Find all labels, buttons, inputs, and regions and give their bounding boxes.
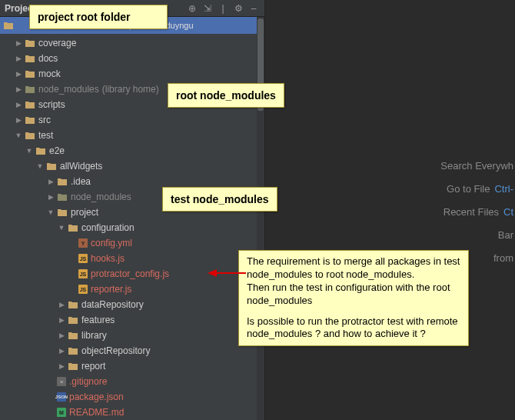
chevron-right-icon[interactable]: ▶ [57,331,66,340]
hint-label: from [493,252,513,264]
folder-icon [68,223,78,232]
tree-item-coverage[interactable]: ▶coverage [0,35,264,51]
folder-icon [68,315,78,325]
tree-label: mock [38,68,61,79]
tree-label: test [38,130,53,141]
scrollbar[interactable] [257,17,264,420]
tree-item-src[interactable]: ▶src [0,112,264,128]
chevron-down-icon[interactable]: ▼ [46,208,55,217]
chevron-none [46,392,55,402]
chevron-down-icon[interactable]: ▼ [35,162,45,171]
callout-text-line: Is possible to run the protractor test w… [247,315,460,342]
chevron-none [68,238,77,248]
tree-item-e2e[interactable]: ▼e2e [0,143,264,158]
tree-label: hooks.js [91,253,125,264]
js-file-icon: JS [78,285,88,294]
tree-item-features[interactable]: ▶features [0,312,264,328]
tree-item-allwidgets[interactable]: ▼allWidgets [0,158,264,174]
callout-root-nm: root node_modules [168,83,284,108]
js-file-icon: JS [78,254,88,263]
tree-label: README.md [69,407,124,418]
chevron-none [68,269,77,278]
tree-label: protractor_config.js [91,268,169,279]
tree-label: features [81,315,115,325]
hide-icon[interactable]: – [248,2,260,15]
tree-item-gitignore[interactable]: ≡.gitignore [0,374,264,389]
chevron-right-icon[interactable]: ▶ [46,192,55,202]
chevron-right-icon[interactable]: ▶ [57,300,66,309]
tree-label: node_modules [38,84,99,95]
tree-label: scripts [38,99,65,110]
hint-label: Recent Files [444,206,499,218]
tree-item-readme[interactable]: MREADME.md [0,405,264,420]
tree-item-objectrepository[interactable]: ▶objectRepository [0,343,264,358]
chevron-right-icon[interactable]: ▶ [14,54,23,63]
folder-icon [57,192,68,202]
folder-icon [46,162,57,171]
callout-text: project root folder [38,11,131,23]
chevron-none [68,285,77,294]
collapse-all-icon[interactable]: ⇲ [201,2,214,15]
tree-item-config-yml[interactable]: Yconfig.yml [0,235,264,251]
chevron-right-icon[interactable]: ▶ [57,362,66,371]
folder-icon [25,115,35,125]
svg-marker-1 [208,269,217,277]
tree-item-reporter-js[interactable]: JSreporter.js [0,282,264,297]
tree-label: report [81,361,105,372]
md-file-icon: M [57,408,66,417]
tree-item-configuration[interactable]: ▼configuration [0,220,264,235]
hint-gotofile: Go to FileCtrl- [440,177,515,200]
folder-icon [35,146,46,155]
chevron-right-icon[interactable]: ▶ [14,100,23,109]
settings-gear-icon[interactable]: ⚙ [232,2,244,15]
tree-item-datarepository[interactable]: ▶dataRepository [0,297,264,312]
tree-item-test[interactable]: ▼test [0,128,264,143]
gitignore-file-icon: ≡ [57,377,66,386]
chevron-right-icon[interactable]: ▶ [14,38,23,48]
tree-item-report[interactable]: ▶report [0,358,264,374]
folder-icon [57,208,68,217]
json-file-icon: JSON [57,392,66,402]
scroll-from-source-icon[interactable]: ⊕ [186,2,198,15]
folder-icon [25,54,35,63]
callout-text: test node_modules [171,193,269,205]
callout-text-line: Then run the test in configuration with … [247,282,460,308]
tree-label: package.json [69,392,124,402]
chevron-right-icon[interactable]: ▶ [46,177,55,186]
tree-label: reporter.js [91,284,131,295]
chevron-right-icon[interactable]: ▶ [57,346,66,355]
folder-icon [25,69,35,78]
callout-test-nm: test node_modules [162,187,277,212]
tree-label: node_modules [71,192,131,202]
folder-icon [25,85,35,94]
callout-text: root node_modules [176,89,276,102]
tree-item-library[interactable]: ▶library [0,328,264,343]
callout-text-line: The requirement is to merge all packages… [247,255,460,282]
library-hint: (library home) [102,84,159,95]
tree-label: src [38,115,51,125]
js-file-icon: JS [78,269,88,278]
tree-label: config.yml [91,238,132,248]
tree-label: objectRepository [81,345,150,356]
folder-icon [25,38,35,48]
chevron-down-icon[interactable]: ▼ [25,146,34,155]
tree-item-hooks-js[interactable]: JShooks.js [0,251,264,266]
tree-label: coverage [38,38,76,48]
tree-item-packagejson[interactable]: JSONpackage.json [0,389,264,405]
folder-icon [68,300,78,309]
chevron-none [68,254,77,263]
tree-item-mock[interactable]: ▶mock [0,66,264,82]
hint-bar: Bar [440,223,515,246]
tree-item-docs[interactable]: ▶docs [0,51,264,66]
folder-icon [68,331,78,340]
folder-icon [57,177,68,186]
chevron-right-icon[interactable]: ▶ [14,69,23,78]
chevron-down-icon[interactable]: ▼ [14,131,23,140]
tree-label: .gitignore [69,376,107,387]
chevron-right-icon[interactable]: ▶ [14,85,23,94]
chevron-right-icon[interactable]: ▶ [14,115,23,125]
callout-spacer [247,308,460,315]
chevron-right-icon[interactable]: ▶ [57,315,66,325]
folder-icon [68,362,78,371]
chevron-down-icon[interactable]: ▼ [57,223,66,232]
